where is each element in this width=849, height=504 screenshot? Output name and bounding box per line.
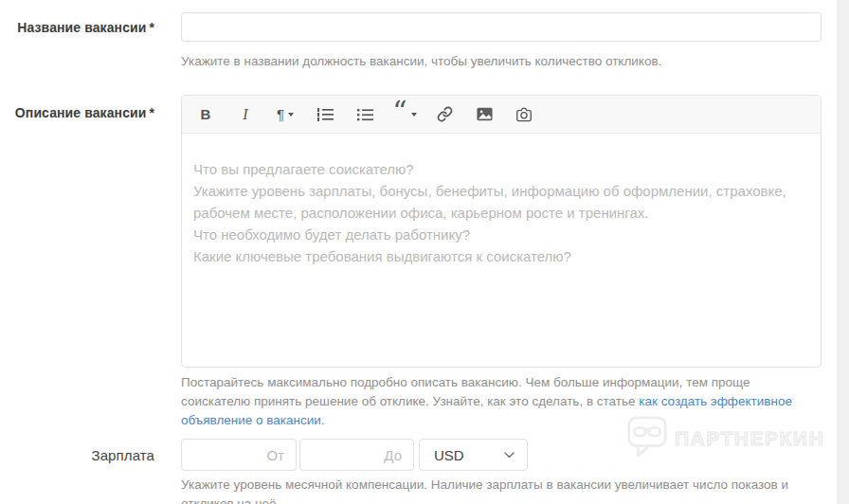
required-asterisk: * (149, 105, 154, 120)
vacancy-title-help: Укажите в названии должность вакансии, ч… (181, 52, 822, 71)
required-asterisk: * (149, 20, 154, 35)
editor-placeholder-line: Что необходимо будет делать работнику? (193, 224, 809, 245)
vacancy-description-label-text: Описание вакансии (15, 105, 147, 120)
salary-label: Зарплата (0, 447, 154, 463)
watermark-text: ПАРТНЕРКИН (675, 427, 824, 450)
scrollbar[interactable] (837, 0, 849, 504)
quote-icon: “ (392, 108, 406, 121)
vacancy-title-label-text: Название вакансии (17, 20, 146, 35)
salary-from-input[interactable] (181, 439, 297, 471)
ordered-list-button[interactable] (306, 98, 344, 132)
chevron-down-icon (288, 113, 294, 117)
salary-to-input[interactable] (299, 439, 414, 471)
unordered-list-icon (357, 108, 373, 121)
insert-image-button[interactable] (465, 98, 503, 132)
italic-button[interactable]: I (226, 98, 264, 132)
bold-icon: B (201, 106, 211, 122)
currency-select[interactable]: USD (419, 439, 528, 471)
chevron-down-icon (504, 452, 515, 459)
image-icon (477, 107, 493, 121)
insert-link-button[interactable] (425, 98, 463, 132)
description-editor-area[interactable]: Что вы предлагаете соискателю? Укажите у… (182, 134, 821, 267)
description-editor: B I ¶ (181, 95, 822, 368)
chevron-down-icon (411, 113, 417, 117)
salary-help: Укажите уровень месячной компенсации. На… (181, 476, 822, 504)
vacancy-title-input[interactable] (181, 12, 822, 42)
editor-placeholder-line: Укажите уровень зарплаты, бонусы, бенефи… (193, 180, 809, 224)
quote-button[interactable]: “ (386, 98, 424, 132)
currency-value: USD (434, 447, 464, 463)
vacancy-description-label: Описание вакансии* (0, 105, 154, 120)
bold-button[interactable]: B (187, 98, 225, 132)
link-icon (437, 106, 453, 122)
italic-icon: I (243, 106, 247, 123)
vacancy-title-label: Название вакансии* (0, 20, 154, 35)
editor-placeholder-line: Что вы предлагаете соискателю? (193, 158, 809, 180)
vacancy-description-help: Постарайтесь максимально подробно описат… (181, 373, 822, 430)
vacancy-form: Название вакансии* Укажите в названии до… (0, 0, 849, 504)
camera-icon (515, 107, 533, 122)
editor-placeholder-line: Какие ключевые требования выдвигаются к … (193, 245, 809, 267)
unordered-list-button[interactable] (346, 98, 384, 132)
paragraph-icon: ¶ (277, 106, 284, 122)
ordered-list-icon (317, 108, 334, 121)
insert-video-button[interactable] (505, 98, 543, 132)
editor-toolbar: B I ¶ (182, 96, 821, 134)
paragraph-format-button[interactable]: ¶ (266, 98, 304, 132)
